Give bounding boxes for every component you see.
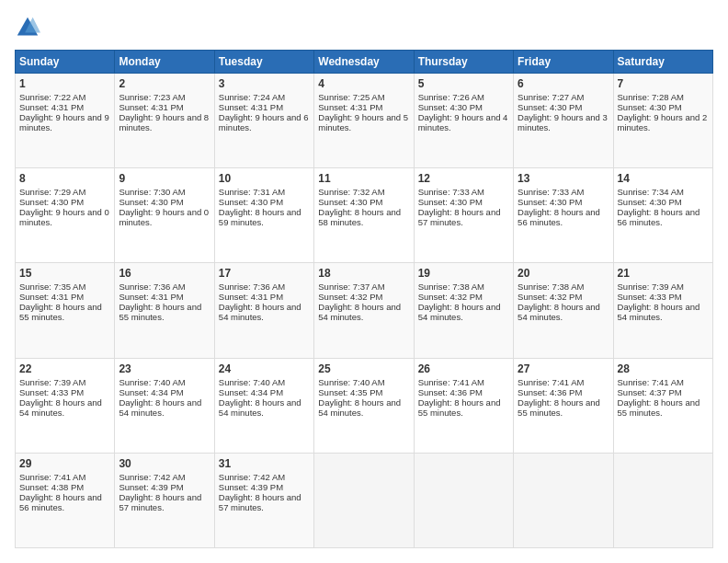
day-number: 29: [19, 457, 110, 470]
calendar-cell: 25Sunrise: 7:40 AMSunset: 4:35 PMDayligh…: [314, 358, 414, 453]
calendar-table: SundayMondayTuesdayWednesdayThursdayFrid…: [15, 50, 713, 548]
calendar-cell: 2Sunrise: 7:23 AMSunset: 4:31 PMDaylight…: [115, 74, 214, 168]
calendar-header-row: SundayMondayTuesdayWednesdayThursdayFrid…: [16, 51, 713, 74]
day-number: 31: [219, 457, 310, 470]
calendar-day-header: Saturday: [613, 51, 712, 74]
day-number: 18: [318, 267, 409, 280]
calendar-cell: 5Sunrise: 7:26 AMSunset: 4:30 PMDaylight…: [414, 74, 513, 168]
calendar-cell: 18Sunrise: 7:37 AMSunset: 4:32 PMDayligh…: [314, 263, 414, 358]
calendar-cell: 1Sunrise: 7:22 AMSunset: 4:31 PMDaylight…: [16, 74, 115, 168]
day-number: 8: [19, 172, 110, 185]
calendar-week-row: 15Sunrise: 7:35 AMSunset: 4:31 PMDayligh…: [16, 263, 713, 358]
day-number: 3: [219, 77, 310, 90]
calendar-cell: 19Sunrise: 7:38 AMSunset: 4:32 PMDayligh…: [414, 263, 513, 358]
logo-icon: [15, 15, 40, 40]
day-number: 9: [119, 172, 210, 185]
calendar-cell: 28Sunrise: 7:41 AMSunset: 4:37 PMDayligh…: [613, 358, 712, 453]
calendar-week-row: 8Sunrise: 7:29 AMSunset: 4:30 PMDaylight…: [16, 168, 713, 263]
calendar-cell: 24Sunrise: 7:40 AMSunset: 4:34 PMDayligh…: [214, 358, 313, 453]
calendar-cell: 15Sunrise: 7:35 AMSunset: 4:31 PMDayligh…: [16, 263, 115, 358]
day-number: 19: [418, 267, 509, 280]
day-number: 4: [318, 77, 409, 90]
calendar-day-header: Wednesday: [314, 51, 414, 74]
calendar-day-header: Sunday: [16, 51, 115, 74]
calendar-cell: 11Sunrise: 7:32 AMSunset: 4:30 PMDayligh…: [314, 168, 414, 263]
calendar-week-row: 22Sunrise: 7:39 AMSunset: 4:33 PMDayligh…: [16, 358, 713, 453]
calendar-cell: 16Sunrise: 7:36 AMSunset: 4:31 PMDayligh…: [115, 263, 214, 358]
logo: [15, 15, 44, 40]
calendar-cell: 29Sunrise: 7:41 AMSunset: 4:38 PMDayligh…: [16, 453, 115, 547]
calendar-day-header: Friday: [514, 51, 613, 74]
calendar-day-header: Monday: [115, 51, 214, 74]
day-number: 17: [219, 267, 310, 280]
calendar-cell: 8Sunrise: 7:29 AMSunset: 4:30 PMDaylight…: [16, 168, 115, 263]
day-number: 28: [618, 362, 709, 375]
day-number: 12: [418, 172, 509, 185]
header: [15, 15, 713, 40]
day-number: 22: [19, 362, 110, 375]
day-number: 30: [119, 457, 210, 470]
calendar-cell: 21Sunrise: 7:39 AMSunset: 4:33 PMDayligh…: [613, 263, 712, 358]
calendar-day-header: Tuesday: [214, 51, 313, 74]
day-number: 26: [418, 362, 509, 375]
calendar-cell: [613, 453, 712, 547]
day-number: 5: [418, 77, 509, 90]
day-number: 25: [318, 362, 409, 375]
calendar-cell: 13Sunrise: 7:33 AMSunset: 4:30 PMDayligh…: [514, 168, 613, 263]
calendar-cell: 27Sunrise: 7:41 AMSunset: 4:36 PMDayligh…: [514, 358, 613, 453]
day-number: 27: [518, 362, 609, 375]
calendar-week-row: 29Sunrise: 7:41 AMSunset: 4:38 PMDayligh…: [16, 453, 713, 547]
calendar-cell: [314, 453, 414, 547]
calendar-cell: 30Sunrise: 7:42 AMSunset: 4:39 PMDayligh…: [115, 453, 214, 547]
calendar-cell: 7Sunrise: 7:28 AMSunset: 4:30 PMDaylight…: [613, 74, 712, 168]
day-number: 15: [19, 267, 110, 280]
calendar-cell: 9Sunrise: 7:30 AMSunset: 4:30 PMDaylight…: [115, 168, 214, 263]
calendar-cell: 31Sunrise: 7:42 AMSunset: 4:39 PMDayligh…: [214, 453, 313, 547]
calendar-cell: 6Sunrise: 7:27 AMSunset: 4:30 PMDaylight…: [514, 74, 613, 168]
calendar-cell: [514, 453, 613, 547]
day-number: 10: [219, 172, 310, 185]
day-number: 7: [618, 77, 709, 90]
calendar-cell: 4Sunrise: 7:25 AMSunset: 4:31 PMDaylight…: [314, 74, 414, 168]
day-number: 21: [618, 267, 709, 280]
calendar-cell: 26Sunrise: 7:41 AMSunset: 4:36 PMDayligh…: [414, 358, 513, 453]
day-number: 24: [219, 362, 310, 375]
calendar-cell: 17Sunrise: 7:36 AMSunset: 4:31 PMDayligh…: [214, 263, 313, 358]
day-number: 23: [119, 362, 210, 375]
calendar-cell: 14Sunrise: 7:34 AMSunset: 4:30 PMDayligh…: [613, 168, 712, 263]
calendar-cell: 3Sunrise: 7:24 AMSunset: 4:31 PMDaylight…: [214, 74, 313, 168]
calendar-cell: 23Sunrise: 7:40 AMSunset: 4:34 PMDayligh…: [115, 358, 214, 453]
calendar-cell: 22Sunrise: 7:39 AMSunset: 4:33 PMDayligh…: [16, 358, 115, 453]
day-number: 6: [518, 77, 609, 90]
calendar-day-header: Thursday: [414, 51, 513, 74]
day-number: 11: [318, 172, 409, 185]
calendar-cell: 20Sunrise: 7:38 AMSunset: 4:32 PMDayligh…: [514, 263, 613, 358]
day-number: 14: [618, 172, 709, 185]
calendar-cell: 12Sunrise: 7:33 AMSunset: 4:30 PMDayligh…: [414, 168, 513, 263]
day-number: 16: [119, 267, 210, 280]
day-number: 13: [518, 172, 609, 185]
day-number: 2: [119, 77, 210, 90]
calendar-cell: [414, 453, 513, 547]
calendar-cell: 10Sunrise: 7:31 AMSunset: 4:30 PMDayligh…: [214, 168, 313, 263]
calendar-week-row: 1Sunrise: 7:22 AMSunset: 4:31 PMDaylight…: [16, 74, 713, 168]
calendar-body: 1Sunrise: 7:22 AMSunset: 4:31 PMDaylight…: [16, 74, 713, 548]
day-number: 20: [518, 267, 609, 280]
day-number: 1: [19, 77, 110, 90]
page: SundayMondayTuesdayWednesdayThursdayFrid…: [0, 0, 728, 563]
